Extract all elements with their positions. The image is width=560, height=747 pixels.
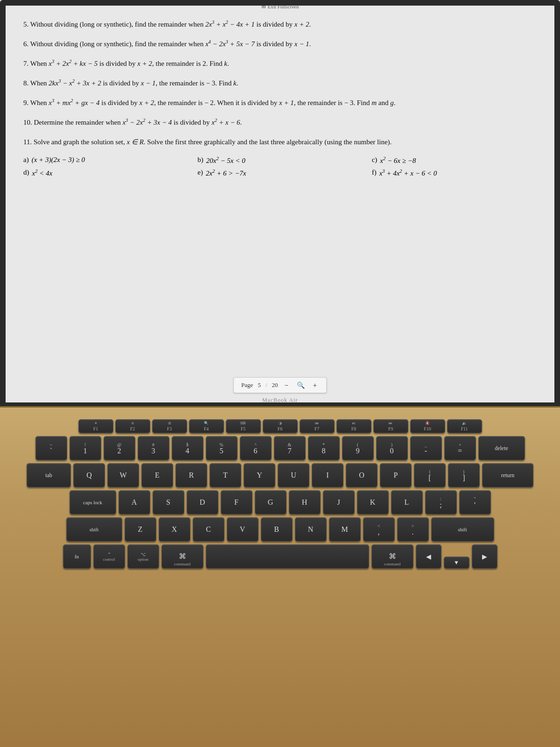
key-space[interactable] bbox=[206, 544, 369, 569]
page-label: Page bbox=[241, 381, 253, 389]
zoom-out-button[interactable]: − bbox=[283, 381, 290, 390]
key-arrow-down[interactable]: ▼ bbox=[444, 557, 469, 569]
key-minus[interactable]: _ - bbox=[410, 436, 442, 460]
key-f10[interactable]: 🔇 F10 bbox=[410, 419, 445, 433]
key-equals[interactable]: + = bbox=[444, 436, 476, 460]
key-i[interactable]: I bbox=[312, 463, 343, 487]
key-6[interactable]: ^ 6 bbox=[240, 436, 272, 460]
key-3[interactable]: # 3 bbox=[138, 436, 169, 460]
problem-6: 6. Without dividing (long or synthetic),… bbox=[23, 38, 537, 49]
sub-problem-d: d) x2 < 4x bbox=[23, 169, 188, 177]
number-key-row: ~ ` ! 1 @ 2 # 3 $ 4 % 5 bbox=[14, 436, 546, 460]
laptop-screen: Exit Fullscreen 5. Without dividing (lon… bbox=[0, 0, 560, 406]
key-1[interactable]: ! 1 bbox=[70, 436, 101, 460]
key-return[interactable]: return bbox=[482, 463, 533, 487]
document-content: 5. Without dividing (long or synthetic),… bbox=[23, 14, 537, 397]
key-m[interactable]: M bbox=[329, 517, 361, 542]
key-fn[interactable]: fn bbox=[63, 544, 91, 569]
key-n[interactable]: N bbox=[295, 517, 327, 542]
key-f7[interactable]: ⏮ F7 bbox=[300, 419, 335, 433]
key-s[interactable]: S bbox=[153, 490, 184, 514]
problem-7: 7. When x3 + 2x2 + kx − 5 is divided by … bbox=[23, 58, 537, 69]
key-y[interactable]: Y bbox=[244, 463, 275, 487]
key-v[interactable]: V bbox=[227, 517, 259, 542]
key-command-right-label: command bbox=[384, 562, 401, 566]
key-f11[interactable]: 🔉 F11 bbox=[447, 419, 482, 433]
zoom-search-button[interactable]: 🔍 bbox=[295, 381, 307, 390]
key-backspace[interactable]: delete bbox=[478, 436, 525, 460]
key-w[interactable]: W bbox=[107, 463, 139, 487]
macbook-brand-label: MacBook Air bbox=[262, 397, 298, 404]
key-x[interactable]: X bbox=[159, 517, 190, 542]
key-command-left[interactable]: ⌘ command bbox=[161, 544, 203, 569]
key-command-left-label: command bbox=[174, 562, 191, 566]
exit-fullscreen-button[interactable]: Exit Fullscreen bbox=[261, 3, 299, 10]
problem-9: 9. When x3 + mx2 + gx − 4 is divided by … bbox=[23, 97, 537, 108]
key-j[interactable]: J bbox=[323, 490, 355, 514]
key-8[interactable]: * 8 bbox=[308, 436, 340, 460]
key-r[interactable]: R bbox=[175, 463, 207, 487]
key-f8[interactable]: ⏯ F8 bbox=[336, 419, 371, 433]
keyboard-area: ✦ F1 ※ F2 ⊞ F3 🔍 F4 ⌨ F5 ◑ F6 bbox=[0, 408, 560, 747]
qwerty-row: tab Q W E R T Y U I O P { [ } ] return bbox=[14, 463, 546, 487]
key-z[interactable]: Z bbox=[125, 517, 156, 542]
key-rbracket[interactable]: } ] bbox=[448, 463, 480, 487]
key-period[interactable]: > . bbox=[397, 517, 429, 542]
key-capslock[interactable]: caps lock bbox=[70, 490, 116, 514]
key-comma[interactable]: < , bbox=[363, 517, 395, 542]
key-e[interactable]: E bbox=[141, 463, 173, 487]
key-f3[interactable]: ⊞ F3 bbox=[152, 419, 187, 433]
sub-problem-a: a) (x + 3)(2x − 3) ≥ 0 bbox=[23, 156, 188, 165]
page-separator: / bbox=[266, 381, 267, 389]
key-t[interactable]: T bbox=[210, 463, 241, 487]
key-b[interactable]: B bbox=[261, 517, 293, 542]
exit-fullscreen-label: Exit Fullscreen bbox=[268, 4, 299, 9]
key-2[interactable]: @ 2 bbox=[104, 436, 135, 460]
key-tab[interactable]: tab bbox=[27, 463, 71, 487]
key-0[interactable]: ) 0 bbox=[376, 436, 408, 460]
key-f[interactable]: F bbox=[221, 490, 252, 514]
key-k[interactable]: K bbox=[357, 490, 389, 514]
page-total: 20 bbox=[272, 381, 278, 389]
problem-5: 5. Without dividing (long or synthetic),… bbox=[23, 19, 537, 30]
key-5[interactable]: % 5 bbox=[206, 436, 238, 460]
key-backtick[interactable]: ~ ` bbox=[35, 436, 67, 460]
key-l[interactable]: L bbox=[391, 490, 423, 514]
key-g[interactable]: G bbox=[255, 490, 287, 514]
key-f2[interactable]: ※ F2 bbox=[115, 419, 150, 433]
key-7[interactable]: & 7 bbox=[274, 436, 306, 460]
key-h[interactable]: H bbox=[289, 490, 321, 514]
key-9[interactable]: ( 9 bbox=[342, 436, 374, 460]
key-f6[interactable]: ◑ F6 bbox=[263, 419, 298, 433]
key-shift-left[interactable]: shift bbox=[66, 517, 122, 542]
key-f9[interactable]: ⏭ F9 bbox=[373, 419, 408, 433]
page-current[interactable]: 5 bbox=[258, 381, 261, 389]
sub-problem-e: e) 2x2 + 6 > −7x bbox=[197, 169, 362, 177]
key-f5[interactable]: ⌨ F5 bbox=[226, 419, 261, 433]
zoom-in-button[interactable]: + bbox=[311, 381, 319, 390]
key-a[interactable]: A bbox=[119, 490, 150, 514]
key-f1[interactable]: ✦ F1 bbox=[78, 419, 113, 433]
key-command-right[interactable]: ⌘ command bbox=[371, 544, 413, 569]
key-4[interactable]: $ 4 bbox=[172, 436, 203, 460]
key-q[interactable]: Q bbox=[73, 463, 105, 487]
key-o[interactable]: O bbox=[346, 463, 378, 487]
key-c[interactable]: C bbox=[193, 517, 224, 542]
key-f4[interactable]: 🔍 F4 bbox=[189, 419, 224, 433]
problem-8: 8. When 2kx3 − x2 + 3x + 2 is divided by… bbox=[23, 78, 537, 89]
sub-problems-grid: a) (x + 3)(2x − 3) ≥ 0 b) 20x2 − 5x < 0 … bbox=[23, 156, 537, 177]
laptop-body: ✦ F1 ※ F2 ⊞ F3 🔍 F4 ⌨ F5 ◑ F6 bbox=[0, 406, 560, 747]
function-key-row: ✦ F1 ※ F2 ⊞ F3 🔍 F4 ⌨ F5 ◑ F6 bbox=[14, 419, 546, 433]
bottom-key-row: fn ⌃ control ⌥ option ⌘ command ⌘ comman… bbox=[14, 544, 546, 569]
key-d[interactable]: D bbox=[187, 490, 218, 514]
key-shift-right[interactable]: shift bbox=[431, 517, 494, 542]
key-ctrl-left[interactable]: ⌃ control bbox=[93, 544, 125, 569]
key-semicolon[interactable]: : ; bbox=[425, 490, 457, 514]
key-option-left[interactable]: ⌥ option bbox=[127, 544, 159, 569]
key-p[interactable]: P bbox=[380, 463, 412, 487]
key-lbracket[interactable]: { [ bbox=[414, 463, 446, 487]
key-u[interactable]: U bbox=[278, 463, 309, 487]
key-arrow-left[interactable]: ◀ bbox=[416, 544, 441, 569]
key-quote[interactable]: " ' bbox=[459, 490, 491, 514]
key-arrow-right[interactable]: ▶ bbox=[472, 544, 497, 569]
